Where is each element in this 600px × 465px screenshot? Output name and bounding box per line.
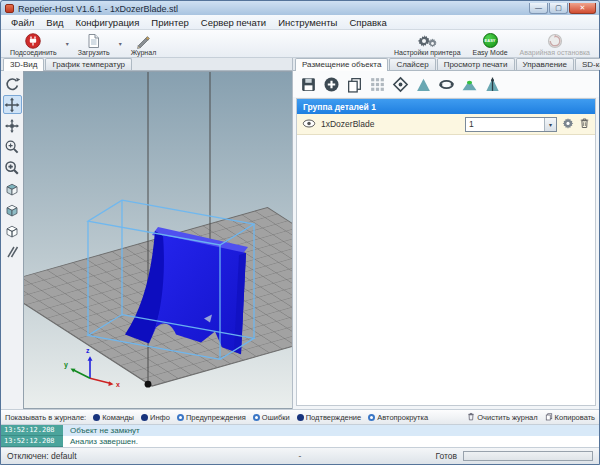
menu-view[interactable]: Вид xyxy=(40,15,69,29)
visibility-eye-icon[interactable] xyxy=(302,118,316,131)
add-object-button[interactable] xyxy=(321,74,342,95)
viewport-3d[interactable]: z x y xyxy=(23,71,292,409)
journal-button[interactable]: Журнал xyxy=(125,30,163,57)
front-view-button[interactable] xyxy=(3,200,22,219)
connect-dropdown[interactable]: ▾ xyxy=(63,30,72,57)
axis-z-label: z xyxy=(86,347,90,354)
menu-printer[interactable]: Принтер xyxy=(145,15,194,29)
close-button[interactable]: ✕ xyxy=(569,3,596,14)
clear-log-button[interactable]: Очистить журнал xyxy=(467,412,537,423)
maximize-button[interactable]: ▢ xyxy=(549,3,568,14)
status-middle: - xyxy=(290,451,310,461)
tab-temperature-graph[interactable]: График температур xyxy=(45,58,132,70)
tab-sd-card[interactable]: SD-карта xyxy=(575,58,600,70)
easy-mode-icon: EASY xyxy=(483,33,498,49)
menu-file[interactable]: Файл xyxy=(5,15,40,29)
log-filter-label: Показывать в журнале: xyxy=(5,413,86,422)
easy-mode-button[interactable]: EASY Easy Mode xyxy=(467,30,514,57)
log-timestamp: 13:52:12.208 xyxy=(1,425,63,436)
object-settings-gear-icon[interactable] xyxy=(562,117,574,131)
object-row[interactable]: 1xDozerBlade 1 ▾ xyxy=(297,114,595,135)
log-filter-bar: Показывать в журнале: Команды Инфо Преду… xyxy=(1,409,599,425)
minimize-button[interactable]: — xyxy=(529,3,548,14)
filter-dot-icon xyxy=(93,414,100,421)
document-icon xyxy=(86,33,101,49)
tab-object-placement[interactable]: Размещение объекта xyxy=(295,58,388,71)
log-row[interactable]: 13:52:12.208 Объект не замкнут xyxy=(1,425,599,436)
filter-ack[interactable]: Подтверждение xyxy=(297,413,362,422)
gears-icon xyxy=(417,33,437,49)
tab-slicer[interactable]: Слайсер xyxy=(389,58,435,70)
object-list-empty-area xyxy=(297,135,595,405)
zoom-in-button[interactable] xyxy=(3,137,22,156)
left-pane: 3D-Вид График температур xyxy=(1,58,292,409)
filter-dot-icon xyxy=(297,414,304,421)
tab-print-preview[interactable]: Просмотр печати xyxy=(437,58,515,70)
move-object-button[interactable] xyxy=(3,116,22,135)
connect-button[interactable]: Подсоединить xyxy=(4,30,63,57)
filter-errors[interactable]: Ошибки xyxy=(253,413,290,422)
rotate-view-button[interactable] xyxy=(3,74,22,93)
zoom-fit-button[interactable] xyxy=(3,158,22,177)
connection-status: Отключен: default xyxy=(7,451,290,461)
axis-x-label: x xyxy=(116,381,120,388)
load-dropdown[interactable]: ▾ xyxy=(116,30,125,57)
move-view-button[interactable] xyxy=(3,95,22,114)
scale-object-button[interactable] xyxy=(413,74,434,95)
lay-flat-button[interactable] xyxy=(459,74,480,95)
rotate-object-button[interactable] xyxy=(436,74,457,95)
save-button[interactable] xyxy=(298,74,319,95)
menu-tools[interactable]: Инструменты xyxy=(272,15,343,29)
isometric-view-button[interactable] xyxy=(3,179,22,198)
right-tab-row: Размещение объекта Слайсер Просмотр печа… xyxy=(293,58,599,71)
filter-autoscroll[interactable]: Автопрокрутка xyxy=(368,413,428,422)
log-row[interactable]: 13:52:12.208 Анализ завершен. xyxy=(1,436,599,447)
filter-warnings[interactable]: Предупреждения xyxy=(177,413,246,422)
menu-print-server[interactable]: Сервер печати xyxy=(195,15,272,29)
printer-settings-label: Настройки принтера xyxy=(394,49,461,56)
log-message: Объект не замкнут xyxy=(63,425,599,436)
easy-mode-label: Easy Mode xyxy=(473,49,508,56)
window-title: Repetier-Host V1.6.1 - 1xDozerBlade.stl xyxy=(18,4,178,14)
copy-icon xyxy=(545,412,553,423)
copies-dropdown[interactable]: 1 ▾ xyxy=(465,117,557,132)
load-button[interactable]: Загрузить xyxy=(72,30,116,57)
parallel-projection-button[interactable] xyxy=(3,242,22,261)
tab-3d-view[interactable]: 3D-Вид xyxy=(3,58,44,71)
journal-label: Журнал xyxy=(131,49,157,56)
right-pane: Размещение объекта Слайсер Просмотр печа… xyxy=(292,58,599,409)
filter-ring-icon xyxy=(177,414,184,421)
progress-bar xyxy=(463,451,593,461)
cut-object-button[interactable] xyxy=(482,74,503,95)
view-tab-row: 3D-Вид График температур xyxy=(1,58,292,71)
filter-commands[interactable]: Команды xyxy=(93,413,134,422)
pencil-icon xyxy=(135,33,151,49)
app-window: Repetier-Host V1.6.1 - 1xDozerBlade.stl … xyxy=(0,0,600,465)
menu-help[interactable]: Справка xyxy=(343,15,392,29)
log-message: Анализ завершен. xyxy=(63,436,599,447)
load-label: Загрузить xyxy=(78,49,110,56)
app-icon xyxy=(5,4,14,13)
connect-label: Подсоединить xyxy=(10,49,57,56)
filter-dot-icon xyxy=(141,414,148,421)
title-bar[interactable]: Repetier-Host V1.6.1 - 1xDozerBlade.stl … xyxy=(1,1,599,15)
object-toolbar xyxy=(293,71,599,97)
menu-config[interactable]: Конфигурация xyxy=(70,15,146,29)
trash-icon xyxy=(467,412,475,423)
printer-settings-button[interactable]: Настройки принтера xyxy=(388,30,467,57)
ready-label: Готов xyxy=(435,451,457,461)
log-area[interactable]: 13:52:12.208 Объект не замкнут 13:52:12.… xyxy=(1,425,599,448)
object-group-header[interactable]: Группа деталей 1 xyxy=(297,99,595,114)
autoposition-button[interactable] xyxy=(367,74,388,95)
copy-log-button[interactable]: Копировать xyxy=(545,412,595,423)
filter-info[interactable]: Инфо xyxy=(141,413,170,422)
tab-manual-control[interactable]: Управление xyxy=(516,58,574,70)
emergency-stop-label: Аварийная остановка xyxy=(520,49,590,56)
wireframe-view-button[interactable] xyxy=(3,221,22,240)
copy-object-button[interactable] xyxy=(344,74,365,95)
delete-object-trash-icon[interactable] xyxy=(579,117,590,131)
menu-bar: Файл Вид Конфигурация Принтер Сервер печ… xyxy=(1,15,599,30)
object-group-list: Группа деталей 1 1xDozerBlade 1 ▾ xyxy=(296,98,596,406)
bed-origin-dot xyxy=(145,381,152,388)
center-object-button[interactable] xyxy=(390,74,411,95)
